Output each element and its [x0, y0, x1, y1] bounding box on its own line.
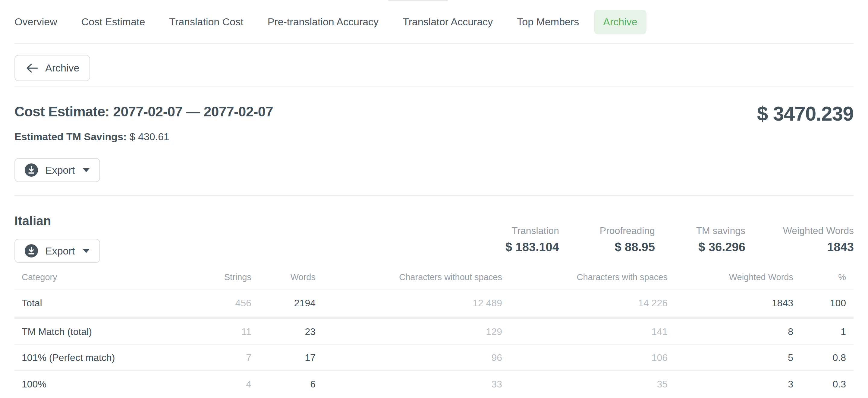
table-header-row: Category Strings Words Characters withou… — [14, 265, 854, 289]
cell-percent: 0.3 — [793, 379, 854, 390]
tab-cost-estimate[interactable]: Cost Estimate — [72, 10, 154, 34]
cell-words: 17 — [251, 352, 315, 363]
chevron-down-icon — [83, 168, 90, 172]
export-report-button[interactable]: Export — [14, 158, 100, 182]
stat-value: 1843 — [745, 239, 854, 255]
table-row-tm-match: TM Match (total) 11 23 129 141 8 1 — [14, 319, 854, 345]
cell-words: 23 — [251, 326, 315, 337]
stat-value: $ 183.104 — [452, 239, 559, 255]
stat-label: TM savings — [655, 225, 745, 237]
language-title: Italian — [14, 213, 51, 228]
tab-overview[interactable]: Overview — [5, 10, 66, 34]
tab-translation-cost[interactable]: Translation Cost — [160, 10, 252, 34]
cell-weighted-words: 1843 — [668, 298, 793, 309]
back-to-archive-label: Archive — [45, 62, 79, 74]
table-row-100: 100% 4 6 33 35 3 0.3 — [14, 371, 854, 398]
cell-weighted-words: 5 — [668, 352, 793, 363]
table-row-total: Total 456 2194 12 489 14 226 1843 100 — [14, 289, 854, 316]
tab-top-members[interactable]: Top Members — [508, 10, 588, 34]
table-total-separator — [14, 316, 854, 319]
cell-category: TM Match (total) — [14, 326, 135, 337]
stat-label: Weighted Words — [745, 225, 854, 237]
cell-chars-without-spaces: 96 — [315, 352, 502, 363]
cell-strings: 456 — [135, 298, 251, 309]
tab-pre-translation-accuracy[interactable]: Pre-translation Accuracy — [258, 10, 388, 34]
cell-chars-without-spaces: 33 — [315, 379, 502, 390]
download-icon — [25, 244, 38, 257]
cell-chars-with-spaces: 141 — [502, 326, 668, 337]
cell-chars-with-spaces: 106 — [502, 352, 668, 363]
cell-words: 6 — [251, 379, 315, 390]
stat-tm-savings: TM savings $ 36.296 — [655, 225, 745, 255]
col-header-strings: Strings — [135, 272, 251, 282]
col-header-chars-with-spaces: Characters with spaces — [502, 272, 668, 282]
cell-strings: 7 — [135, 352, 251, 363]
cell-percent: 100 — [793, 298, 854, 309]
stat-translation: Translation $ 183.104 — [452, 225, 559, 255]
col-header-words: Words — [251, 272, 315, 282]
arrow-left-icon — [25, 63, 38, 73]
cell-chars-with-spaces: 35 — [502, 379, 668, 390]
cell-weighted-words: 8 — [668, 326, 793, 337]
stat-weighted-words: Weighted Words 1843 — [745, 225, 854, 255]
reports-archive-page: Overview Cost Estimate Translation Cost … — [0, 0, 868, 398]
tab-archive[interactable]: Archive — [594, 10, 646, 34]
chevron-down-icon — [83, 249, 90, 253]
tm-savings-line: Estimated TM Savings: $ 430.61 — [14, 130, 169, 143]
cell-category: Total — [14, 298, 135, 309]
col-header-percent: % — [793, 272, 854, 282]
col-header-weighted-words: Weighted Words — [668, 272, 793, 282]
tab-translator-accuracy[interactable]: Translator Accuracy — [394, 10, 502, 34]
stat-label: Translation — [452, 225, 559, 237]
stat-proofreading: Proofreading $ 88.95 — [559, 225, 655, 255]
cell-category: 101% (Perfect match) — [14, 352, 135, 363]
col-header-category: Category — [14, 272, 135, 282]
cost-estimate-title: Cost Estimate: 2077-02-07 — 2077-02-07 — [14, 102, 273, 121]
reports-tabbar: Overview Cost Estimate Translation Cost … — [0, 0, 868, 44]
stat-value: $ 88.95 — [559, 239, 655, 255]
export-report-label: Export — [45, 164, 75, 176]
cell-strings: 4 — [135, 379, 251, 390]
stat-label: Proofreading — [559, 225, 655, 237]
export-language-button[interactable]: Export — [14, 239, 100, 263]
cell-weighted-words: 3 — [668, 379, 793, 390]
table-row-101-perfect-match: 101% (Perfect match) 7 17 96 106 5 0.8 — [14, 345, 854, 371]
grand-total-amount: $ 3470.239 — [757, 102, 854, 125]
col-header-chars-without-spaces: Characters without spaces — [315, 272, 502, 282]
cell-category: 100% — [14, 379, 135, 390]
cell-chars-without-spaces: 12 489 — [315, 298, 502, 309]
section-divider — [14, 195, 854, 196]
cost-breakdown-table: Category Strings Words Characters withou… — [14, 265, 854, 398]
tabbar-divider — [14, 43, 854, 44]
tm-savings-label: Estimated TM Savings: — [14, 131, 127, 142]
cell-percent: 1 — [793, 326, 854, 337]
section-divider — [14, 87, 854, 87]
tm-savings-value: $ 430.61 — [130, 131, 169, 142]
cell-percent: 0.8 — [793, 352, 854, 363]
cell-strings: 11 — [135, 326, 251, 337]
download-icon — [25, 163, 38, 177]
cell-chars-with-spaces: 14 226 — [502, 298, 668, 309]
export-language-label: Export — [45, 245, 75, 257]
cell-chars-without-spaces: 129 — [315, 326, 502, 337]
back-to-archive-button[interactable]: Archive — [14, 55, 90, 81]
stat-value: $ 36.296 — [655, 239, 745, 255]
cell-words: 2194 — [251, 298, 315, 309]
language-stats: Translation $ 183.104 Proofreading $ 88.… — [452, 225, 854, 255]
